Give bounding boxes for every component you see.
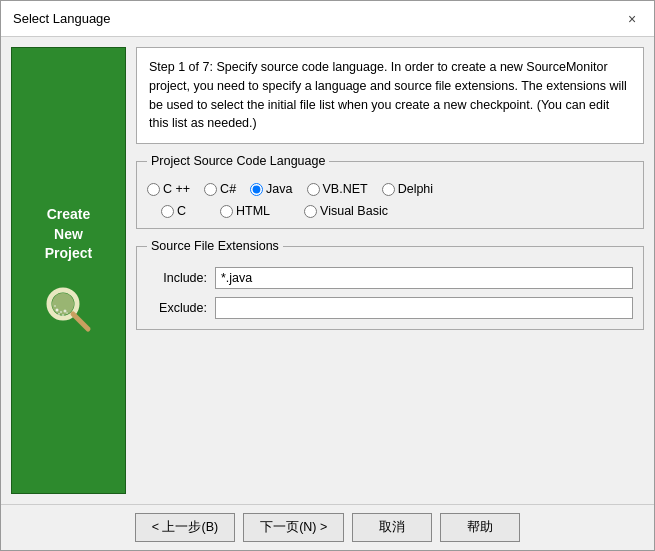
include-label: Include: (147, 271, 207, 285)
radio-delphi-label[interactable]: Delphi (398, 182, 433, 196)
svg-line-2 (73, 314, 88, 329)
radio-c: C (161, 204, 186, 218)
extensions-legend: Source File Extensions (147, 239, 283, 253)
exclude-row: Exclude: (147, 297, 633, 319)
radio-vbnet-label[interactable]: VB.NET (323, 182, 368, 196)
svg-point-5 (63, 309, 66, 312)
svg-point-6 (54, 305, 56, 307)
language-fieldset: Project Source Code Language C ++ C# Jav… (136, 154, 644, 229)
language-row-1: C ++ C# Java VB.NET (147, 182, 633, 196)
svg-point-8 (62, 314, 64, 316)
radio-c-input[interactable] (161, 205, 174, 218)
svg-point-4 (60, 311, 62, 313)
close-button[interactable]: × (622, 9, 642, 29)
step-info-box: Step 1 of 7: Specify source code languag… (136, 47, 644, 144)
svg-point-3 (55, 308, 58, 311)
radio-csharp-input[interactable] (204, 183, 217, 196)
svg-point-7 (58, 313, 60, 315)
right-panel: Step 1 of 7: Specify source code languag… (136, 47, 644, 494)
magnifier-icon (43, 284, 95, 336)
radio-vbnet-input[interactable] (307, 183, 320, 196)
radio-java-input[interactable] (250, 183, 263, 196)
create-project-label: CreateNewProject (45, 205, 92, 264)
back-button[interactable]: < 上一步(B) (135, 513, 235, 542)
radio-html: HTML (220, 204, 270, 218)
radio-html-label[interactable]: HTML (236, 204, 270, 218)
radio-html-input[interactable] (220, 205, 233, 218)
radio-csharp-label[interactable]: C# (220, 182, 236, 196)
svg-point-9 (66, 312, 68, 314)
include-input[interactable] (215, 267, 633, 289)
include-row: Include: (147, 267, 633, 289)
radio-cpp-input[interactable] (147, 183, 160, 196)
radio-vbnet: VB.NET (307, 182, 368, 196)
dialog-body: CreateNewProject (1, 37, 654, 504)
left-panel: CreateNewProject (11, 47, 126, 494)
language-row-2: C HTML Visual Basic (147, 204, 633, 218)
radio-vbasic-input[interactable] (304, 205, 317, 218)
radio-c-label[interactable]: C (177, 204, 186, 218)
next-button[interactable]: 下一页(N) > (243, 513, 344, 542)
radio-cpp: C ++ (147, 182, 190, 196)
exclude-input[interactable] (215, 297, 633, 319)
radio-java-label[interactable]: Java (266, 182, 292, 196)
title-bar: Select Language × (1, 1, 654, 37)
dialog-footer: < 上一步(B) 下一页(N) > 取消 帮助 (1, 504, 654, 550)
radio-vbasic: Visual Basic (304, 204, 388, 218)
svg-point-1 (52, 293, 74, 315)
radio-vbasic-label[interactable]: Visual Basic (320, 204, 388, 218)
exclude-label: Exclude: (147, 301, 207, 315)
dialog-title: Select Language (13, 11, 111, 26)
radio-delphi-input[interactable] (382, 183, 395, 196)
language-legend: Project Source Code Language (147, 154, 329, 168)
radio-delphi: Delphi (382, 182, 433, 196)
radio-cpp-label[interactable]: C ++ (163, 182, 190, 196)
step-info-text: Step 1 of 7: Specify source code languag… (149, 60, 627, 130)
radio-java: Java (250, 182, 292, 196)
radio-csharp: C# (204, 182, 236, 196)
select-language-dialog: Select Language × CreateNewProject (0, 0, 655, 551)
cancel-button[interactable]: 取消 (352, 513, 432, 542)
help-button[interactable]: 帮助 (440, 513, 520, 542)
extensions-fieldset: Source File Extensions Include: Exclude: (136, 239, 644, 330)
